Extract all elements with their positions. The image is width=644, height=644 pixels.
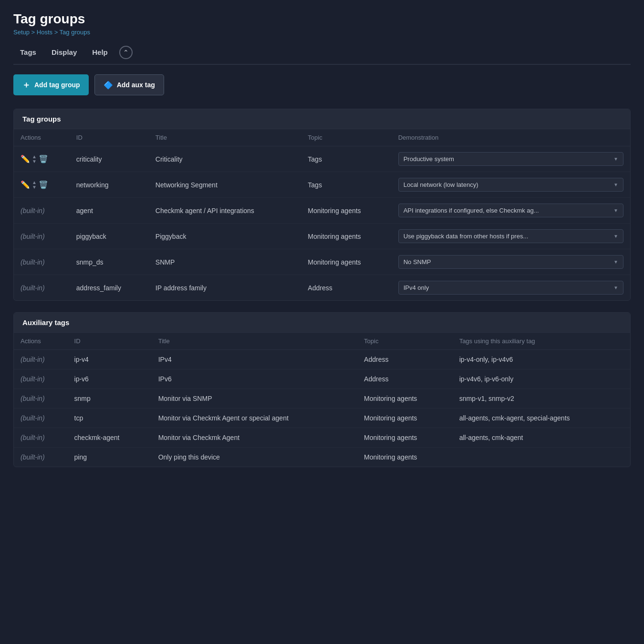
aux-tags-section: Auxiliary tags Actions ID Title Topic Ta… xyxy=(13,312,631,467)
edit-icon[interactable]: ✏️ xyxy=(21,180,30,189)
builtin-label: (built-in) xyxy=(21,453,45,461)
aux-row-title: Monitor via Checkmk Agent xyxy=(152,428,357,448)
aux-row-topic: Monitoring agents xyxy=(357,409,453,428)
aux-row-topic: Address xyxy=(357,350,453,369)
aux-col-topic: Topic xyxy=(357,333,453,350)
demo-dropdown[interactable]: IPv4 only▼ xyxy=(398,281,623,295)
tag-groups-table: Actions ID Title Topic Demonstration ✏️ … xyxy=(14,129,630,300)
delete-icon[interactable]: 🗑️ xyxy=(39,154,48,164)
aux-row-topic: Monitoring agents xyxy=(357,428,453,448)
aux-col-id: ID xyxy=(68,333,152,350)
dropdown-arrow-icon: ▼ xyxy=(613,156,618,162)
builtin-label: (built-in) xyxy=(21,434,45,441)
aux-row-tags-using: all-agents, cmk-agent, special-agents xyxy=(453,409,630,428)
aux-row-topic: Address xyxy=(357,369,453,389)
row-id: piggyback xyxy=(70,224,149,249)
aux-col-tags-using: Tags using this auxiliary tag xyxy=(453,333,630,350)
aux-row-title: Monitor via Checkmk Agent or special age… xyxy=(152,409,357,428)
aux-row-id: tcp xyxy=(68,409,152,428)
page-title: Tag groups xyxy=(13,11,631,27)
action-bar: ＋ Add tag group 🔷 Add aux tag xyxy=(13,74,631,95)
builtin-label: (built-in) xyxy=(21,258,45,266)
aux-tag-icon: 🔷 xyxy=(104,81,113,90)
row-demo[interactable]: Local network (low latency)▼ xyxy=(392,172,630,198)
dropdown-arrow-icon: ▼ xyxy=(613,234,618,239)
builtin-label: (built-in) xyxy=(21,356,45,363)
row-title: IP address family xyxy=(149,275,301,301)
dropdown-arrow-icon: ▼ xyxy=(613,285,618,290)
delete-icon[interactable]: 🗑️ xyxy=(39,180,48,189)
tab-help[interactable]: Help xyxy=(85,45,114,59)
table-row: (built-in)agentCheckmk agent / API integ… xyxy=(14,198,630,224)
builtin-label: (built-in) xyxy=(21,284,45,292)
tab-display[interactable]: Display xyxy=(45,45,83,59)
row-demo[interactable]: IPv4 only▼ xyxy=(392,275,630,301)
tag-groups-section: Tag groups Actions ID Title Topic Demons… xyxy=(13,109,631,301)
row-topic: Address xyxy=(301,275,391,301)
aux-row-title: IPv4 xyxy=(152,350,357,369)
demo-value: Productive system xyxy=(404,155,454,163)
row-title: Networking Segment xyxy=(149,172,301,198)
table-row: (built-in)tcpMonitor via Checkmk Agent o… xyxy=(14,409,630,428)
aux-col-actions: Actions xyxy=(14,333,68,350)
table-row: (built-in)snmpMonitor via SNMPMonitoring… xyxy=(14,389,630,409)
aux-row-id: checkmk-agent xyxy=(68,428,152,448)
table-row: (built-in)checkmk-agentMonitor via Check… xyxy=(14,428,630,448)
sort-icon[interactable]: ▲▼ xyxy=(32,180,37,190)
builtin-label: (built-in) xyxy=(21,233,45,240)
col-actions: Actions xyxy=(14,129,70,146)
aux-row-title: IPv6 xyxy=(152,369,357,389)
row-demo[interactable]: No SNMP▼ xyxy=(392,249,630,275)
table-row: ✏️ ▲▼ 🗑️ networkingNetworking SegmentTag… xyxy=(14,172,630,198)
aux-row-tags-using: ip-v4v6, ip-v6-only xyxy=(453,369,630,389)
row-demo[interactable]: Productive system▼ xyxy=(392,146,630,172)
demo-value: No SNMP xyxy=(404,258,431,266)
demo-dropdown[interactable]: Use piggyback data from other hosts if p… xyxy=(398,229,623,243)
row-id: criticality xyxy=(70,146,149,172)
tag-groups-section-title: Tag groups xyxy=(14,109,630,129)
row-topic: Monitoring agents xyxy=(301,249,391,275)
demo-dropdown[interactable]: Local network (low latency)▼ xyxy=(398,178,623,192)
aux-row-tags-using: ip-v4-only, ip-v4v6 xyxy=(453,350,630,369)
aux-tags-section-title: Auxiliary tags xyxy=(14,313,630,333)
row-demo[interactable]: API integrations if configured, else Che… xyxy=(392,198,630,224)
edit-icon[interactable]: ✏️ xyxy=(21,154,30,164)
row-demo[interactable]: Use piggyback data from other hosts if p… xyxy=(392,224,630,249)
dropdown-arrow-icon: ▼ xyxy=(613,259,618,265)
aux-row-id: ip-v6 xyxy=(68,369,152,389)
aux-col-title: Title xyxy=(152,333,357,350)
add-aux-tag-button[interactable]: 🔷 Add aux tag xyxy=(94,74,164,95)
sort-icon[interactable]: ▲▼ xyxy=(32,154,37,164)
demo-dropdown[interactable]: Productive system▼ xyxy=(398,152,623,166)
row-title: Criticality xyxy=(149,146,301,172)
aux-tags-table: Actions ID Title Topic Tags using this a… xyxy=(14,333,630,467)
aux-row-title: Monitor via SNMP xyxy=(152,389,357,409)
demo-value: Use piggyback data from other hosts if p… xyxy=(404,233,529,240)
table-row: (built-in)snmp_dsSNMPMonitoring agentsNo… xyxy=(14,249,630,275)
demo-dropdown[interactable]: API integrations if configured, else Che… xyxy=(398,204,623,217)
row-topic: Tags xyxy=(301,172,391,198)
table-row: (built-in)address_familyIP address famil… xyxy=(14,275,630,301)
dropdown-arrow-icon: ▼ xyxy=(613,208,618,213)
add-tag-group-button[interactable]: ＋ Add tag group xyxy=(13,74,89,95)
col-topic: Topic xyxy=(301,129,391,146)
plus-icon: ＋ xyxy=(22,79,31,91)
col-id: ID xyxy=(70,129,149,146)
aux-row-id: snmp xyxy=(68,389,152,409)
builtin-label: (built-in) xyxy=(21,414,45,422)
tab-tags[interactable]: Tags xyxy=(13,45,43,59)
row-id: agent xyxy=(70,198,149,224)
aux-row-tags-using: snmp-v1, snmp-v2 xyxy=(453,389,630,409)
aux-row-topic: Monitoring agents xyxy=(357,448,453,467)
table-row: ✏️ ▲▼ 🗑️ criticalityCriticalityTagsProdu… xyxy=(14,146,630,172)
dropdown-arrow-icon: ▼ xyxy=(613,182,618,187)
nav-circle-button[interactable]: ⌃ xyxy=(119,46,133,59)
row-title: SNMP xyxy=(149,249,301,275)
table-row: (built-in)ip-v4IPv4Addressip-v4-only, ip… xyxy=(14,350,630,369)
aux-row-topic: Monitoring agents xyxy=(357,389,453,409)
demo-dropdown[interactable]: No SNMP▼ xyxy=(398,255,623,269)
nav-bar: Tags Display Help ⌃ xyxy=(13,45,631,65)
row-title: Piggyback xyxy=(149,224,301,249)
row-id: snmp_ds xyxy=(70,249,149,275)
builtin-label: (built-in) xyxy=(21,207,45,215)
